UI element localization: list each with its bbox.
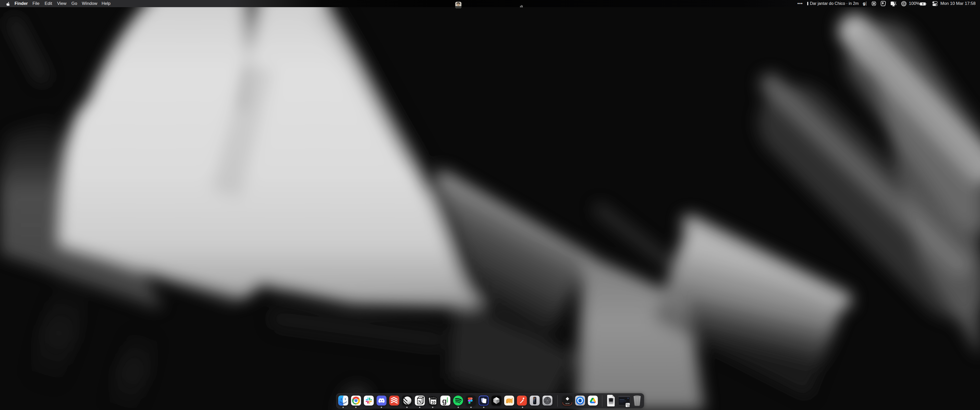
svg-text:N: N bbox=[418, 399, 422, 404]
svg-text:raycast: raycast bbox=[565, 403, 570, 404]
svg-text:10: 10 bbox=[431, 400, 435, 404]
svg-text:g: g bbox=[442, 397, 447, 405]
svg-text:11: 11 bbox=[628, 405, 629, 407]
